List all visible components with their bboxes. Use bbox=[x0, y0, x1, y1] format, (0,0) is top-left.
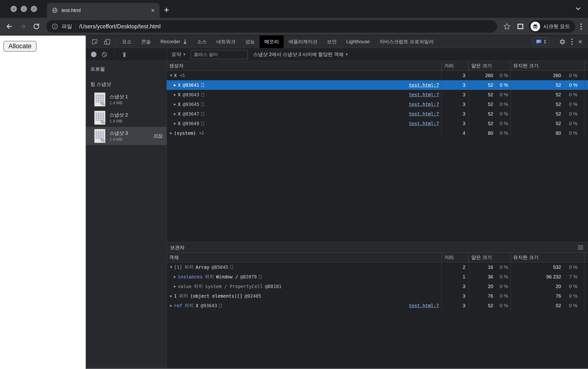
node-text: 위치 bbox=[184, 302, 193, 309]
source-link[interactable]: test.html:7 bbox=[409, 102, 439, 107]
browser-window: × − test.html × + bbox=[0, 0, 588, 369]
allocation-range-select[interactable]: 스냅샷 2에서 스냅샷 3 사이에 할당된 객체▼ bbox=[253, 51, 348, 58]
column-header[interactable]: 객체 bbox=[167, 253, 441, 262]
reload-icon[interactable] bbox=[31, 21, 41, 31]
source-link[interactable]: test.html:7 bbox=[409, 121, 439, 126]
bookmark-star-icon[interactable] bbox=[502, 21, 512, 31]
node-text: @85045 bbox=[212, 265, 228, 270]
collapsed-arrow-icon[interactable]: ▶ bbox=[172, 93, 178, 96]
clear-profiles-icon[interactable] bbox=[101, 51, 107, 58]
snapshot-item[interactable]: %스냅샷 21.4 MB bbox=[86, 109, 167, 127]
snapshot-item[interactable]: %스냅샷 11.4 MB bbox=[86, 90, 167, 109]
collapsed-arrow-icon[interactable]: ▶ bbox=[168, 131, 174, 135]
snapshot-save-link[interactable]: 저장 bbox=[154, 133, 163, 139]
constructor-row[interactable]: ▶X@93643test.html:73520 %520 % bbox=[167, 90, 588, 100]
collapsed-arrow-icon[interactable]: ▶ bbox=[172, 112, 178, 116]
constructor-row[interactable]: ▶X@93641test.html:73520 %520 % bbox=[167, 80, 588, 90]
column-header-distance[interactable]: 거리 bbox=[441, 61, 469, 70]
constructor-row[interactable]: ▶X@93647test.html:73520 %520 % bbox=[167, 109, 588, 119]
column-header-shallow-size[interactable]: 얕은 크기 bbox=[469, 253, 511, 262]
retainer-row[interactable]: ▶ref위치X@93643test.html:73520 %520 % bbox=[167, 301, 588, 310]
glyph-box-icon bbox=[201, 83, 204, 87]
node-text: @93641 bbox=[183, 82, 199, 88]
zoom-window-icon[interactable] bbox=[31, 6, 37, 12]
inspect-element-icon[interactable] bbox=[89, 36, 101, 48]
constructor-row[interactable]: ▶X@93649test.html:73520 %520 % bbox=[167, 119, 588, 128]
perspective-select[interactable]: 요약▼ bbox=[171, 51, 185, 58]
devtools-tab-성능[interactable]: 성능 bbox=[240, 36, 260, 48]
column-header-shallow-size[interactable]: 얕은 크기 bbox=[469, 61, 511, 70]
column-header-retained-size[interactable]: 유지된 크기 bbox=[511, 61, 584, 70]
devtools-close-icon[interactable]: × bbox=[576, 38, 585, 46]
retainer-row[interactable]: ▶1위치(object elements)[]@924053760 %760 % bbox=[167, 291, 588, 301]
forward-icon[interactable] bbox=[18, 21, 28, 31]
devtools-tab-메모리[interactable]: 메모리 bbox=[260, 36, 284, 48]
record-heap-icon[interactable] bbox=[91, 52, 96, 57]
collapsed-arrow-icon[interactable]: ▶ bbox=[172, 103, 178, 106]
scrollbar-gutter bbox=[584, 61, 588, 70]
devtools-tab-자바스크립트 프로파일러[interactable]: 자바스크립트 프로파일러 bbox=[375, 36, 439, 48]
source-link[interactable]: test.html:7 bbox=[409, 92, 439, 97]
tree-node-label: ▶X@93647test.html:7 bbox=[167, 109, 441, 119]
column-header-retained-size[interactable]: 유지된 크기 bbox=[511, 253, 584, 262]
tab-search-chevron-icon[interactable] bbox=[575, 5, 582, 12]
retainers-menu-icon[interactable] bbox=[578, 246, 585, 249]
expanded-arrow-icon[interactable]: ▼ bbox=[168, 265, 174, 269]
tab-close-icon[interactable]: × bbox=[151, 7, 155, 13]
back-icon[interactable] bbox=[4, 21, 14, 31]
settings-gear-icon[interactable] bbox=[556, 39, 568, 45]
incognito-badge[interactable]: 시크릿 모드 bbox=[529, 20, 575, 33]
close-window-icon[interactable]: × bbox=[10, 6, 17, 12]
retained-size-cell: 96 2327 % bbox=[511, 272, 584, 281]
retained-size-percent: 0 % bbox=[561, 121, 578, 126]
node-text: X bbox=[178, 111, 180, 117]
constructor-row[interactable]: ▶X@93645test.html:73520 %520 % bbox=[167, 100, 588, 109]
retainer-row[interactable]: ▼[1]위치Array@850452160 %5320 % bbox=[167, 262, 588, 272]
devtools-tab-콘솔[interactable]: 콘솔 bbox=[136, 36, 156, 48]
browser-tab[interactable]: test.html × bbox=[47, 3, 159, 18]
scrollbar-gutter bbox=[584, 301, 588, 310]
scrollbar-gutter bbox=[584, 90, 588, 100]
devtools-tab-보안[interactable]: 보안 bbox=[322, 36, 341, 48]
side-panel-icon[interactable] bbox=[515, 21, 525, 31]
constructor-row[interactable]: ▼X×532600 %2600 % bbox=[167, 71, 588, 80]
retainer-row[interactable]: ▶value위치system / PropertyCell@881813200 … bbox=[167, 281, 588, 291]
devtools-tab-Recorder[interactable]: Recorder bbox=[156, 36, 192, 48]
devtools-tab-네트워크[interactable]: 네트워크 bbox=[211, 36, 240, 48]
collapsed-arrow-icon[interactable]: ▶ bbox=[168, 294, 174, 298]
retainer-row[interactable]: ▶instances위치Window /@820791360 %96 2327 … bbox=[167, 272, 588, 281]
shallow-size-cell: 2600 % bbox=[469, 71, 511, 80]
browser-menu-icon[interactable] bbox=[579, 24, 584, 30]
issues-counter[interactable]: 1 bbox=[533, 38, 549, 46]
info-icon[interactable] bbox=[52, 23, 58, 30]
constructors-header[interactable]: 생성자거리얕은 크기유지된 크기 bbox=[167, 61, 588, 71]
delete-profile-icon[interactable] bbox=[121, 51, 127, 58]
source-link[interactable]: test.html:7 bbox=[409, 111, 439, 117]
collapsed-arrow-icon[interactable]: ▶ bbox=[172, 285, 178, 288]
constructor-row[interactable]: ▶(system)×24800 %800 % bbox=[167, 128, 588, 138]
collapsed-arrow-icon[interactable]: ▶ bbox=[172, 83, 178, 87]
tree-node-label: ▶X@93645test.html:7 bbox=[167, 100, 441, 109]
device-toolbar-icon[interactable] bbox=[101, 36, 113, 48]
collapsed-arrow-icon[interactable]: ▶ bbox=[168, 304, 174, 307]
new-tab-button[interactable]: + bbox=[159, 3, 173, 17]
devtools-tab-소스[interactable]: 소스 bbox=[192, 36, 211, 48]
collapsed-arrow-icon[interactable]: ▶ bbox=[172, 122, 178, 125]
collapsed-arrow-icon[interactable]: ▶ bbox=[172, 275, 178, 279]
url-text: /Users/yceffort/Desktop/test.html bbox=[79, 23, 161, 30]
source-link[interactable]: test.html:7 bbox=[409, 82, 439, 88]
class-filter-input[interactable] bbox=[190, 50, 248, 59]
devtools-menu-icon[interactable] bbox=[569, 39, 575, 45]
expanded-arrow-icon[interactable]: ▼ bbox=[168, 74, 174, 77]
snapshot-item[interactable]: %스냅샷 31.4 MB저장 bbox=[86, 127, 167, 145]
source-link[interactable]: test.html:7 bbox=[409, 303, 439, 308]
url-bar[interactable]: 파일 /Users/yceffort/Desktop/test.html bbox=[46, 20, 497, 33]
devtools-tab-애플리케이션[interactable]: 애플리케이션 bbox=[284, 36, 322, 48]
column-header-distance[interactable]: 거리 bbox=[441, 253, 469, 262]
retainers-header[interactable]: 객체거리얕은 크기유지된 크기 bbox=[167, 253, 588, 262]
minimize-window-icon[interactable]: − bbox=[21, 6, 27, 12]
devtools-tab-Lighthouse[interactable]: Lighthouse bbox=[341, 36, 375, 48]
column-header[interactable]: 생성자 bbox=[167, 61, 441, 70]
devtools-tab-요소[interactable]: 요소 bbox=[117, 36, 136, 48]
allocate-button[interactable]: Allocate bbox=[3, 41, 37, 52]
